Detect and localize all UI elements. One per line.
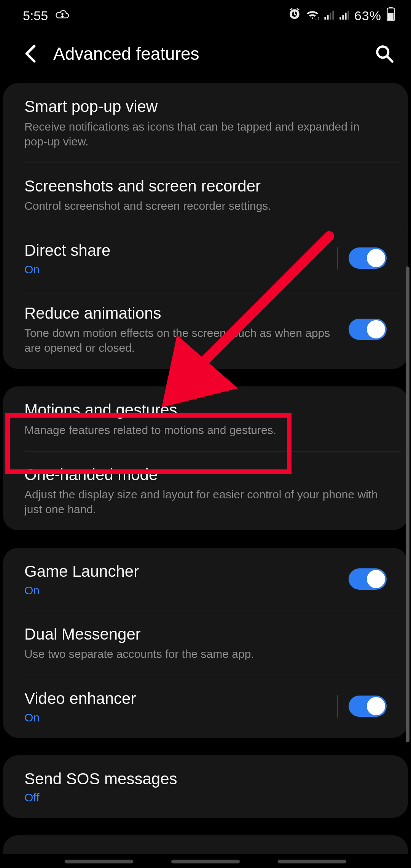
setting-status: On (24, 584, 341, 597)
setting-send-sos[interactable]: Send SOS messages Off (3, 755, 408, 818)
scroll-indicator[interactable] (406, 266, 409, 742)
search-button[interactable] (373, 44, 396, 63)
settings-group: Motions and gestures Manage features rel… (3, 386, 408, 530)
settings-group-stub (3, 835, 408, 854)
signal-1-icon (324, 8, 335, 23)
setting-title: Reduce animations (24, 303, 341, 324)
setting-motions-gestures[interactable]: Motions and gestures Manage features rel… (3, 386, 408, 451)
nav-home[interactable] (171, 860, 240, 863)
settings-group: Game Launcher On Dual Messenger Use two … (3, 548, 408, 738)
setting-status: Off (24, 791, 379, 804)
setting-game-launcher[interactable]: Game Launcher On (3, 548, 408, 611)
setting-dual-messenger[interactable]: Dual Messenger Use two separate accounts… (3, 611, 408, 675)
setting-reduce-animations[interactable]: Reduce animations Tone down motion effec… (3, 290, 408, 369)
status-bar: 5:55 ↓↑ 63% (0, 0, 411, 28)
nav-recent[interactable] (65, 860, 133, 863)
settings-group: Send SOS messages Off (3, 755, 408, 818)
svg-rect-1 (324, 17, 326, 19)
setting-video-enhancer[interactable]: Video enhancer On (3, 675, 408, 738)
video-enhancer-toggle[interactable] (349, 696, 387, 717)
setting-title: Send SOS messages (24, 769, 379, 789)
game-launcher-toggle[interactable] (349, 568, 387, 590)
svg-rect-4 (332, 10, 334, 19)
system-nav-bar (0, 855, 411, 868)
signal-2-icon (339, 8, 350, 23)
settings-content: Smart pop-up view Receive notifications … (0, 83, 411, 854)
setting-subtitle: Tone down motion effects on the screen, … (24, 326, 341, 355)
direct-share-toggle[interactable] (349, 247, 387, 269)
setting-title: Smart pop-up view (24, 97, 379, 117)
battery-percent: 63% (354, 8, 381, 23)
setting-title: Game Launcher (24, 562, 341, 582)
status-time: 5:55 (23, 8, 48, 23)
setting-status: On (24, 711, 330, 724)
setting-title: One-handed mode (24, 465, 379, 485)
toggle-separator (337, 247, 338, 270)
setting-direct-share[interactable]: Direct share On (3, 227, 408, 290)
setting-status: On (24, 263, 330, 276)
setting-subtitle: Receive notifications as icons that can … (24, 119, 379, 149)
battery-icon (386, 7, 396, 24)
app-header: Advanced features (0, 28, 411, 83)
chevron-left-icon (23, 44, 38, 63)
setting-subtitle: Use two separate accounts for the same a… (24, 646, 379, 661)
settings-group: Smart pop-up view Receive notifications … (3, 83, 408, 369)
cloud-sync-icon (55, 8, 70, 23)
setting-title: Dual Messenger (24, 624, 379, 645)
svg-rect-6 (342, 15, 344, 20)
setting-screenshots[interactable]: Screenshots and screen recorder Control … (3, 163, 408, 227)
setting-title: Motions and gestures (24, 400, 379, 420)
setting-smart-popup[interactable]: Smart pop-up view Receive notifications … (3, 83, 408, 163)
search-icon (375, 44, 394, 63)
setting-title: Direct share (24, 241, 330, 261)
svg-text:↓↑: ↓↑ (315, 15, 319, 20)
reduce-animations-toggle[interactable] (349, 319, 387, 340)
alarm-icon (288, 8, 301, 24)
setting-subtitle: Control screenshot and screen recorder s… (24, 198, 379, 213)
setting-subtitle: Adjust the display size and layout for e… (24, 487, 379, 517)
svg-rect-5 (339, 17, 341, 19)
setting-subtitle: Manage features related to motions and g… (24, 423, 379, 437)
setting-one-handed[interactable]: One-handed mode Adjust the display size … (3, 451, 408, 531)
setting-title: Video enhancer (24, 689, 330, 709)
svg-rect-3 (330, 13, 331, 19)
svg-rect-7 (345, 13, 346, 19)
toggle-separator (337, 695, 338, 718)
page-title: Advanced features (53, 43, 373, 64)
svg-rect-11 (388, 13, 393, 20)
wifi-icon: ↓↑ (306, 8, 319, 23)
svg-rect-2 (327, 15, 328, 20)
back-button[interactable] (19, 44, 42, 63)
svg-rect-8 (347, 10, 349, 19)
setting-title: Screenshots and screen recorder (24, 176, 379, 196)
nav-back[interactable] (278, 860, 346, 863)
svg-line-13 (387, 56, 392, 62)
